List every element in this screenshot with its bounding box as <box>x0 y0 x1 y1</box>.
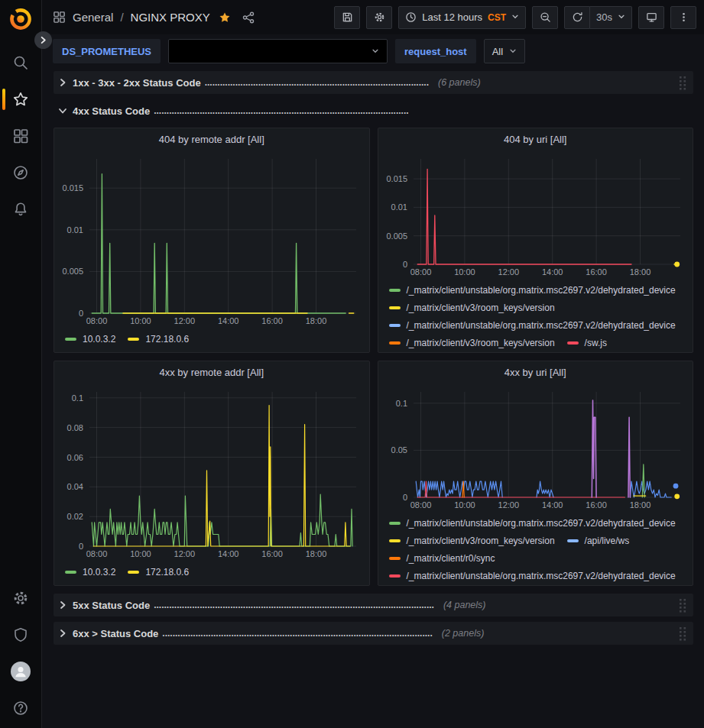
svg-text:0.01: 0.01 <box>67 225 83 235</box>
sidebar-item-profile[interactable] <box>0 653 42 690</box>
dashboard-toolbar: General / NGINX PROXY <box>42 0 704 34</box>
time-series-chart[interactable]: 08:0010:0012:0014:0016:0018:0000.0050.01… <box>378 151 691 280</box>
kebab-menu-button[interactable] <box>670 6 696 29</box>
time-series-chart[interactable]: 08:0010:0012:0014:0016:0018:0000.020.040… <box>54 384 367 561</box>
time-series-chart[interactable]: 08:0010:0012:0014:0016:0018:0000.050.1 <box>378 384 691 513</box>
legend-item[interactable]: /_matrix/client/unstable/org.matrix.msc2… <box>389 281 676 299</box>
svg-text:12:00: 12:00 <box>498 267 519 277</box>
legend-swatch <box>389 539 401 542</box>
svg-text:18:00: 18:00 <box>306 316 327 325</box>
gear-icon <box>374 11 385 23</box>
row-header-1xx-3xx-2xx[interactable]: 1xx - 3xx - 2xx Status Code ............… <box>54 71 693 94</box>
grafana-logo[interactable] <box>8 6 34 32</box>
row-title-leader: ........................................… <box>205 77 429 88</box>
legend-item[interactable]: 172.18.0.6 <box>128 330 189 348</box>
row-header-6xx[interactable]: 6xx > Status Code ......................… <box>54 622 693 645</box>
legend-swatch <box>389 341 401 345</box>
request-host-value-text: All <box>492 46 503 57</box>
search-icon <box>12 54 29 71</box>
tv-mode-button[interactable] <box>638 6 664 29</box>
panel-title[interactable]: 404 by uri [All] <box>378 128 693 151</box>
sidebar-item-configuration[interactable] <box>0 580 42 616</box>
svg-text:10:00: 10:00 <box>130 316 151 325</box>
row-title: 6xx > Status Code <box>73 628 158 639</box>
panel-legend: /_matrix/client/unstable/org.matrix.msc2… <box>378 280 693 352</box>
row-title-leader: ........................................… <box>154 600 434 610</box>
row-drag-handle[interactable] <box>679 598 687 613</box>
sidebar-item-server-admin[interactable] <box>0 616 42 653</box>
save-dashboard-button[interactable] <box>334 6 360 29</box>
compass-icon <box>12 164 29 181</box>
bell-icon <box>12 201 29 218</box>
legend-item[interactable]: /_matrix/client/unstable/org.matrix.msc2… <box>389 567 676 584</box>
time-range-picker[interactable]: Last 12 hours CST <box>398 6 526 29</box>
sidebar-item-help[interactable] <box>0 690 42 726</box>
share-dashboard-button[interactable] <box>242 11 255 24</box>
time-series-chart[interactable]: 08:0010:0012:0014:0016:0018:0000.0050.01… <box>54 151 367 328</box>
panel-title[interactable]: 404 by remote addr [All] <box>54 128 369 151</box>
legend-item[interactable]: /_matrix/client/r0/sync <box>389 549 495 567</box>
legend-item[interactable]: 10.0.3.2 <box>65 330 115 348</box>
svg-text:0.005: 0.005 <box>62 267 83 276</box>
sidebar-item-alerting[interactable] <box>0 191 42 228</box>
row-drag-handle[interactable] <box>679 626 687 641</box>
legend-item[interactable]: /_matrix/client/unstable/org.matrix.msc2… <box>389 514 676 532</box>
sidebar-item-search[interactable] <box>0 44 42 81</box>
row-header-5xx[interactable]: 5xx Status Code ........................… <box>54 594 693 616</box>
row-panel-count: (6 panels) <box>438 77 481 88</box>
toolbar-actions: Last 12 hours CST 30s <box>334 6 696 29</box>
legend-item[interactable]: 10.0.3.2 <box>65 563 115 581</box>
svg-text:16:00: 16:00 <box>261 316 283 325</box>
request-host-variable-value[interactable]: All <box>484 39 525 63</box>
breadcrumb-folder[interactable]: General <box>73 11 113 24</box>
row-drag-handle[interactable] <box>679 76 687 90</box>
legend-swatch <box>65 338 76 341</box>
panel-legend: 10.0.3.2172.18.0.6 <box>54 561 369 585</box>
dashboard-settings-button[interactable] <box>366 6 392 29</box>
legend-swatch <box>389 289 401 292</box>
legend-swatch <box>128 338 139 341</box>
avatar <box>11 662 31 681</box>
legend-label: 172.18.0.6 <box>145 334 189 345</box>
favorite-star-button[interactable] <box>219 11 231 24</box>
sidebar-item-explore[interactable] <box>0 154 42 191</box>
row-header-4xx[interactable]: 4xx Status Code ........................… <box>54 99 693 122</box>
legend-item[interactable]: /sw.js <box>567 334 607 351</box>
panel-4xx-by-uri: 4xx by uri [All] 08:0010:0012:0014:0016:… <box>378 361 694 586</box>
refresh-icon <box>572 11 583 23</box>
svg-text:10:00: 10:00 <box>454 267 475 277</box>
legend-item[interactable]: /_matrix/client/v3/room_keys/version <box>389 532 555 549</box>
zoom-out-time-button[interactable] <box>532 6 558 29</box>
datasource-variable-label[interactable]: DS_PROMETHEUS <box>53 39 161 63</box>
legend-swatch <box>567 341 579 345</box>
panel-title[interactable]: 4xx by uri [All] <box>378 361 693 384</box>
zoom-out-icon <box>540 11 551 23</box>
sidebar-item-starred[interactable] <box>0 81 42 118</box>
chevron-down-icon <box>371 47 379 55</box>
sidebar-item-dashboards[interactable] <box>0 118 42 154</box>
legend-label: /_matrix/client/unstable/org.matrix.msc2… <box>407 518 676 529</box>
kebab-menu-icon <box>678 11 689 23</box>
refresh-interval-dropdown[interactable]: 30s <box>590 6 632 29</box>
svg-text:14:00: 14:00 <box>218 316 239 325</box>
legend-item[interactable]: /_matrix/client/unstable/org.matrix.msc2… <box>389 316 676 334</box>
panel-title[interactable]: 4xx by remote addr [All] <box>54 361 369 384</box>
svg-text:18:00: 18:00 <box>306 549 327 558</box>
legend-item[interactable]: /api/live/ws <box>567 532 630 549</box>
datasource-variable-value[interactable] <box>168 39 388 63</box>
row-title: 1xx - 3xx - 2xx Status Code <box>73 77 201 89</box>
svg-text:0.04: 0.04 <box>67 482 83 491</box>
breadcrumb: General / NGINX PROXY <box>53 11 255 24</box>
refresh-dashboard-button[interactable] <box>564 6 590 29</box>
chevron-right-icon <box>58 600 67 610</box>
legend-item[interactable]: 172.18.0.6 <box>128 563 189 581</box>
request-host-variable-label[interactable]: request_host <box>395 39 476 63</box>
sidebar-expand-button[interactable] <box>34 31 52 49</box>
legend-item[interactable]: /_matrix/client/v3/room_keys/version <box>389 334 555 351</box>
chevron-down-icon <box>58 106 67 115</box>
svg-text:0.015: 0.015 <box>62 183 83 193</box>
svg-text:08:00: 08:00 <box>410 267 431 277</box>
help-icon <box>12 700 29 717</box>
main-area: General / NGINX PROXY <box>42 0 704 728</box>
legend-item[interactable]: /_matrix/client/v3/room_keys/version <box>389 299 555 316</box>
